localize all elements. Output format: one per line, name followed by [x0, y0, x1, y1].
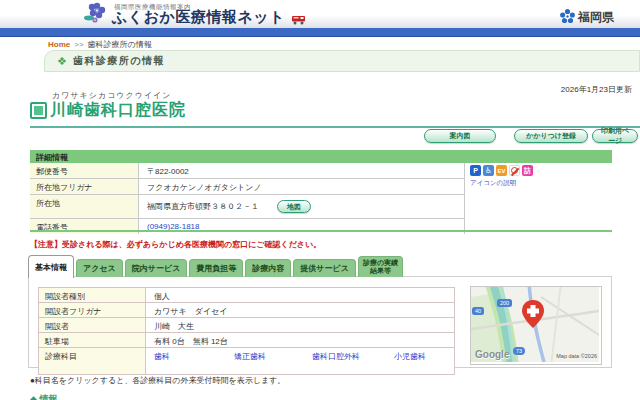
- founder-type-value: 個人: [145, 288, 455, 302]
- route-badge-200: 200: [497, 299, 512, 307]
- map-button[interactable]: 地図: [277, 200, 311, 213]
- site-title: ふくおか医療情報ネット: [112, 8, 285, 27]
- route-badge-40: 40: [472, 307, 484, 315]
- print-page-button[interactable]: 印刷用ページ: [592, 129, 638, 143]
- updated-date: 2026年1月23日更新: [561, 84, 632, 95]
- svg-text:200: 200: [500, 300, 509, 306]
- header-blue-bar: [0, 28, 640, 37]
- elevator-icon: EV: [496, 165, 507, 176]
- founder-value: 川崎 大生: [145, 318, 455, 332]
- route-badge-73: 73: [513, 347, 525, 355]
- table-row: 開設者種別 個人: [38, 288, 455, 303]
- founder-furigana-value: カワサキ ダイセイ: [145, 303, 455, 317]
- row-label: 所在地: [30, 195, 138, 218]
- pref-name: 福岡県: [578, 9, 614, 26]
- breadcrumb-separator: >>: [74, 40, 83, 49]
- tab-cost-burden[interactable]: 費用負担等: [189, 259, 243, 277]
- dept-link-pediatric-dentistry[interactable]: 小児歯科: [394, 351, 426, 362]
- site-header: 福岡県医療機能情報案内 ふくおか医療情報ネット 福岡県: [0, 0, 640, 28]
- section-header: ❖ 歯科診療所の情報: [44, 50, 640, 72]
- guide-map-button[interactable]: 案内図: [424, 129, 496, 143]
- svg-text:73: 73: [516, 348, 522, 354]
- address-value: 福岡県直方市頓野３８０２－１: [147, 201, 259, 212]
- svg-text:40: 40: [475, 308, 481, 314]
- row-label: 所在地フリガナ: [30, 179, 138, 194]
- no-smoking-icon: [509, 165, 520, 176]
- tab-basic-info[interactable]: 基本情報: [28, 255, 74, 278]
- row-label: 郵便番号: [30, 163, 138, 178]
- dept-link-dentistry[interactable]: 歯科: [154, 351, 234, 362]
- row-label: 開設者: [38, 318, 145, 332]
- tab-in-hospital-services[interactable]: 院内サービス: [125, 259, 188, 277]
- breadcrumb-home-link[interactable]: Home: [48, 40, 70, 49]
- page-title: 歯科診療所の情報: [73, 54, 165, 68]
- dept-link-oral-surgery[interactable]: 歯科口腔外科: [312, 351, 394, 362]
- breadcrumb-current: 歯科診療所の情報: [88, 40, 152, 49]
- details-bottom-divider: [30, 230, 612, 232]
- details-table: 郵便番号 〒822-0002 所在地フリガナ フクオカケンノオガタシトンノ 所在…: [30, 163, 465, 234]
- table-row: 所在地フリガナ フクオカケンノオガタシトンノ: [30, 179, 464, 195]
- parking-value: 有料 0台 無料 12台: [145, 333, 455, 347]
- family-doctor-register-button[interactable]: かかりつけ登録: [514, 129, 588, 143]
- table-row: 駐車場 有料 0台 無料 12台: [38, 333, 455, 348]
- table-row: 開設者 川崎 大生: [38, 318, 455, 333]
- clinic-name: 川崎歯科口腔医院: [50, 100, 186, 121]
- footer-partial-link[interactable]: ◆ 情報: [30, 393, 57, 400]
- ambulance-icon: [292, 11, 306, 29]
- fukuoka-pref-logo-icon: [559, 8, 576, 29]
- postal-code-value: 〒822-0002: [138, 163, 464, 178]
- tab-provided-services[interactable]: 提供サービス: [293, 259, 356, 277]
- title-divider: [30, 126, 640, 128]
- dept-link-orthodontics[interactable]: 矯正歯科: [234, 351, 312, 362]
- footnote-text: ●科目名をクリックすると、各診療科目の外来受付時間を表示します。: [30, 375, 285, 386]
- map-attribution: Map data ©2026: [556, 353, 597, 359]
- tab-bar: 基本情報 アクセス 院内サービス 費用負担等 診療内容 提供サービス 診療の実績…: [28, 254, 403, 277]
- tab-access[interactable]: アクセス: [76, 259, 123, 277]
- row-label: 診療科目: [38, 348, 145, 374]
- clover-icon: ❖: [57, 55, 67, 68]
- row-label: 開設者フリガナ: [38, 303, 145, 317]
- address-furigana-value: フクオカケンノオガタシトンノ: [138, 179, 464, 194]
- table-row: 開設者フリガナ カワサキ ダイセイ: [38, 303, 455, 318]
- google-map[interactable]: 200 40 73 Google Google Map data ©2026: [470, 286, 602, 365]
- breadcrumb: Home>>歯科診療所の情報: [48, 39, 152, 50]
- amenity-icons: P ♿ EV 訪: [470, 165, 533, 176]
- icon-legend-link[interactable]: アイコンの説明: [470, 179, 516, 188]
- clinic-bullet-icon: [30, 102, 47, 119]
- table-row: 診療科目 歯科矯正歯科歯科口腔外科小児歯科: [38, 348, 455, 375]
- table-row: 所在地 福岡県直方市頓野３８０２－１ 地図: [30, 195, 464, 219]
- department-links: 歯科矯正歯科歯科口腔外科小児歯科: [145, 348, 455, 374]
- google-logo: Google: [475, 349, 510, 360]
- row-label: 開設者種別: [38, 288, 145, 302]
- tab-treatment-results[interactable]: 診療の実績 結果等: [358, 256, 403, 277]
- parking-icon: P: [470, 165, 481, 176]
- wheelchair-icon: ♿: [483, 165, 494, 176]
- row-label: 駐車場: [38, 333, 145, 347]
- table-row: 郵便番号 〒822-0002: [30, 163, 464, 179]
- notice-text: 【注意】受診される際は、必ずあらかじめ各医療機関の窓口にご確認ください。: [30, 239, 321, 250]
- details-section-header: 詳細情報: [30, 150, 612, 163]
- basic-info-table: 開設者種別 個人 開設者フリガナ カワサキ ダイセイ 開設者 川崎 大生 駐車場…: [38, 287, 455, 375]
- home-visit-icon: 訪: [522, 165, 533, 176]
- tab-treatment-content[interactable]: 診療内容: [245, 259, 291, 277]
